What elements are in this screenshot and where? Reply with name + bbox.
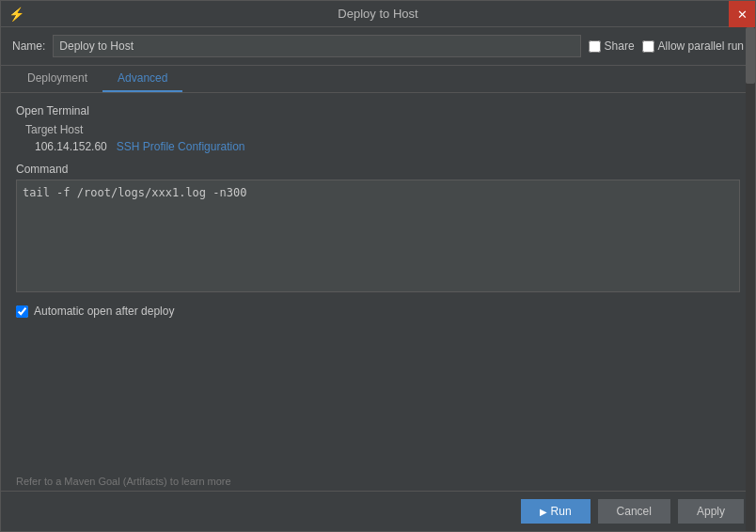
host-row: 106.14.152.60 SSH Profile Configuration	[35, 140, 740, 153]
footer: ▶ Run Cancel Apply	[1, 491, 755, 531]
command-section: Command	[16, 163, 740, 295]
share-label: Share	[605, 39, 635, 53]
command-textarea[interactable]	[16, 180, 740, 292]
apply-button[interactable]: Apply	[678, 499, 744, 524]
auto-open-checkbox[interactable]	[16, 305, 28, 318]
scrollbar-track	[746, 27, 755, 531]
cancel-button[interactable]: Cancel	[598, 499, 670, 524]
app-icon: ⚡	[8, 7, 24, 22]
share-checkbox[interactable]	[589, 40, 601, 53]
run-icon: ▶	[540, 507, 547, 517]
tabs-container: Deployment Advanced	[1, 66, 755, 93]
name-label: Name:	[12, 39, 45, 53]
dialog-title: Deploy to Host	[338, 7, 417, 21]
target-host-label: Target Host	[25, 123, 740, 136]
host-ip: 106.14.152.60	[35, 140, 107, 153]
parallel-label: Allow parallel run	[658, 39, 744, 53]
parallel-checkbox-label[interactable]: Allow parallel run	[642, 39, 744, 53]
run-button[interactable]: ▶ Run	[521, 499, 591, 524]
auto-open-row: Automatic open after deploy	[16, 305, 740, 318]
deploy-to-host-dialog: ⚡ Deploy to Host ✕ Name: Share Allow par…	[0, 0, 756, 532]
ssh-profile-link[interactable]: SSH Profile Configuration	[117, 140, 245, 153]
name-row: Name: Share Allow parallel run	[1, 27, 755, 66]
name-input[interactable]	[53, 35, 580, 57]
tab-advanced[interactable]: Advanced	[102, 66, 182, 92]
auto-open-label: Automatic open after deploy	[34, 305, 174, 318]
name-right-controls: Share Allow parallel run	[589, 39, 744, 53]
run-label: Run	[551, 505, 572, 518]
command-label: Command	[16, 163, 740, 176]
share-checkbox-label[interactable]: Share	[589, 39, 635, 53]
tab-deployment[interactable]: Deployment	[12, 66, 102, 92]
tab-content-advanced: Open Terminal Target Host 106.14.152.60 …	[1, 93, 755, 472]
parallel-checkbox[interactable]	[642, 40, 654, 53]
titlebar: ⚡ Deploy to Host ✕	[1, 1, 755, 27]
target-host-section: Target Host 106.14.152.60 SSH Profile Co…	[25, 123, 740, 153]
open-terminal-title: Open Terminal	[16, 104, 740, 117]
bottom-hint: Refer to a Maven Goal (Artifacts) to lea…	[1, 472, 755, 491]
close-button[interactable]: ✕	[729, 1, 755, 27]
scrollbar-thumb[interactable]	[746, 27, 755, 84]
